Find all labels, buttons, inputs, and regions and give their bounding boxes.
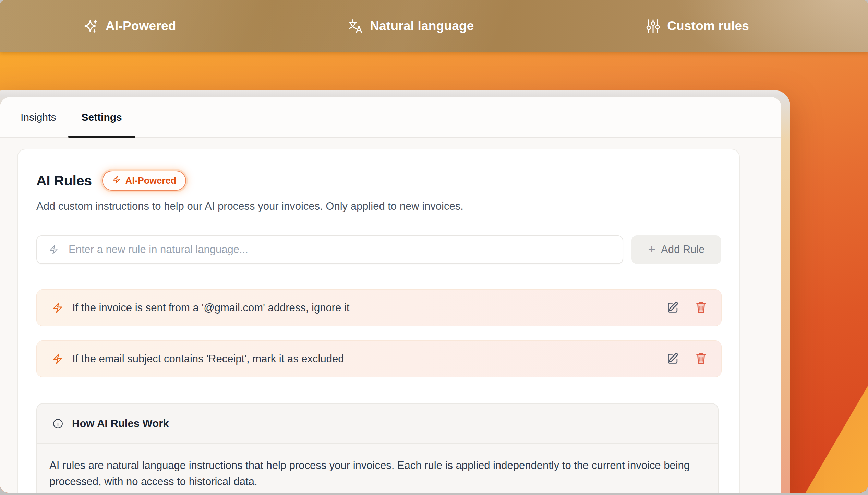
page-title: AI Rules <box>36 173 92 189</box>
settings-panel: AI Rules AI-Powered Add custom instructi… <box>0 138 781 493</box>
rule-input-container <box>36 235 623 264</box>
plus-icon: + <box>648 243 655 255</box>
info-box-header: How AI Rules Work <box>37 404 718 444</box>
bolt-icon <box>112 175 121 186</box>
add-rule-label: Add Rule <box>661 243 705 256</box>
feature-ai-powered: AI-Powered <box>83 18 176 34</box>
info-box-body: AI rules are natural language instructio… <box>37 444 718 493</box>
feature-label: Custom rules <box>667 19 749 33</box>
feature-label: Natural language <box>370 19 474 33</box>
tab-bar: Insights Settings <box>0 97 781 138</box>
sparkles-icon <box>83 18 99 34</box>
rule-row: If the invoice is sent from a '@gmail.co… <box>36 289 722 326</box>
ai-powered-badge: AI-Powered <box>102 171 186 191</box>
rule-text: If the invoice is sent from a '@gmail.co… <box>72 302 666 314</box>
app-window: Insights Settings AI Rules <box>0 90 790 493</box>
rule-text: If the email subject contains 'Receipt',… <box>72 353 666 365</box>
trash-icon <box>695 301 708 315</box>
bolt-icon <box>49 244 59 255</box>
how-ai-rules-work-box: How AI Rules Work AI rules are natural l… <box>36 403 719 493</box>
app-frame: AI-Powered Natural language <box>0 0 868 493</box>
sliders-icon <box>646 19 661 34</box>
active-tab-underline <box>68 136 135 138</box>
rule-row: If the email subject contains 'Receipt',… <box>36 340 722 377</box>
tab-label: Insights <box>21 111 56 123</box>
tab-settings[interactable]: Settings <box>81 97 122 137</box>
feature-custom-rules: Custom rules <box>646 19 749 34</box>
wallpaper-wedge <box>806 386 868 493</box>
rule-input[interactable] <box>68 243 612 256</box>
pencil-square-icon <box>666 352 679 366</box>
info-icon <box>52 418 64 430</box>
rules-list: If the invoice is sent from a '@gmail.co… <box>36 289 722 377</box>
badge-label: AI-Powered <box>125 176 177 186</box>
tab-insights[interactable]: Insights <box>21 97 56 137</box>
feature-natural-language: Natural language <box>348 18 474 34</box>
delete-rule-button[interactable] <box>695 352 708 366</box>
window-content: Insights Settings AI Rules <box>0 97 781 493</box>
feature-bar: AI-Powered Natural language <box>0 0 868 52</box>
feature-label: AI-Powered <box>106 19 176 33</box>
bolt-icon <box>52 302 63 314</box>
card-description: Add custom instructions to help our AI p… <box>36 200 721 213</box>
pencil-square-icon <box>666 301 679 315</box>
edit-rule-button[interactable] <box>666 301 679 315</box>
edit-rule-button[interactable] <box>666 352 679 366</box>
tab-label: Settings <box>81 111 122 123</box>
trash-icon <box>695 352 708 366</box>
ai-rules-card: AI Rules AI-Powered Add custom instructi… <box>17 149 740 493</box>
new-rule-row: + Add Rule <box>36 235 721 264</box>
add-rule-button[interactable]: + Add Rule <box>631 235 721 264</box>
card-header: AI Rules AI-Powered <box>36 171 721 191</box>
info-box-title: How AI Rules Work <box>72 418 169 430</box>
delete-rule-button[interactable] <box>695 301 708 315</box>
bolt-icon <box>52 353 63 365</box>
translate-icon <box>348 18 363 34</box>
